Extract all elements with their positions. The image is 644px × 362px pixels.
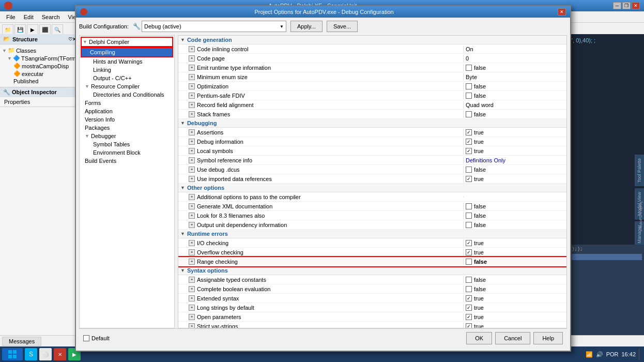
tree-application[interactable]: Application xyxy=(81,107,173,115)
executar-node[interactable]: 🔶 executar xyxy=(1,70,79,78)
opt-val-boolean-eval: false xyxy=(463,285,566,293)
apply-button[interactable]: Apply... xyxy=(290,21,323,32)
expand-assignable[interactable]: + xyxy=(189,277,195,283)
cb-local-symbols[interactable] xyxy=(466,148,472,154)
section-code-generation[interactable]: ▼ Code generation xyxy=(178,36,566,44)
tree-hints-warnings[interactable]: Hints and Warnings xyxy=(81,57,173,66)
tree-env-block[interactable]: Environment Block xyxy=(81,148,173,157)
cb-imported-data[interactable] xyxy=(466,176,472,182)
properties-tab[interactable]: Properties xyxy=(0,97,80,107)
section-syntax-options[interactable]: ▼ Syntax options xyxy=(178,266,566,275)
expand-emit-runtime[interactable]: + xyxy=(189,65,195,71)
taskbar-skype[interactable]: S xyxy=(25,348,37,360)
row-optimization: + Optimization false xyxy=(178,82,566,91)
cb-assignable[interactable] xyxy=(466,277,472,283)
expand-symbol-ref[interactable]: + xyxy=(189,157,195,163)
structure-icon: 📂 xyxy=(3,36,10,42)
expand-83-files[interactable]: + xyxy=(189,213,195,219)
tree-output-cpp[interactable]: Output - C/C++ xyxy=(81,74,173,82)
tree-build-events[interactable]: Build Events xyxy=(81,157,173,165)
cb-long-strings[interactable] xyxy=(466,305,472,311)
expand-additional[interactable]: + xyxy=(189,194,195,200)
build-config-select[interactable]: Debug (active) ▼ xyxy=(142,21,286,32)
menu-file[interactable]: File xyxy=(2,13,20,21)
dialog-close-button[interactable]: ✕ xyxy=(558,8,566,16)
expand-io-checking[interactable]: + xyxy=(189,240,195,246)
expand-min-enum[interactable]: + xyxy=(189,74,195,80)
cb-debug-dcus[interactable] xyxy=(466,167,472,173)
default-checkbox[interactable] xyxy=(83,335,89,341)
expand-overflow[interactable]: + xyxy=(189,249,195,255)
section-runtime-errors[interactable]: ▼ Runtime errors xyxy=(178,230,566,238)
published-node[interactable]: Published xyxy=(1,78,79,85)
code-area: ', 0),40); ; xyxy=(570,34,644,215)
expand-open-params[interactable]: + xyxy=(189,314,195,320)
menu-edit[interactable]: Edit xyxy=(20,13,38,21)
expand-boolean-eval[interactable]: + xyxy=(189,286,195,292)
expand-assertions[interactable]: + xyxy=(189,129,195,135)
cb-83-files[interactable] xyxy=(466,213,472,219)
expand-local-symbols[interactable]: + xyxy=(189,148,195,154)
show-desktop-btn[interactable] xyxy=(639,349,642,360)
expand-strict-var[interactable]: + xyxy=(189,323,195,329)
cb-unit-dep[interactable] xyxy=(466,222,472,228)
minimize-button[interactable]: ─ xyxy=(613,2,621,9)
cb-gen-xml[interactable] xyxy=(466,203,472,209)
restore-button[interactable]: ❐ xyxy=(622,2,631,9)
expand-extended-syntax[interactable]: + xyxy=(189,295,195,301)
help-button[interactable]: Help xyxy=(533,332,563,344)
section-debugging[interactable]: ▼ Debugging xyxy=(178,119,566,128)
classes-node[interactable]: ▼ 📁 Classes xyxy=(1,47,79,54)
tree-packages[interactable]: Packages xyxy=(81,124,173,132)
expand-unit-dep[interactable]: + xyxy=(189,222,195,228)
cb-debug-info[interactable] xyxy=(466,139,472,145)
expand-optimization[interactable]: + xyxy=(189,83,195,89)
expand-pentium-fdiv[interactable]: + xyxy=(189,93,195,99)
taskbar-chrome[interactable]: ⚪ xyxy=(39,348,52,360)
tree-linking[interactable]: Linking xyxy=(81,66,173,74)
save-button[interactable]: Save... xyxy=(327,21,358,32)
tree-compiling[interactable]: Compiling xyxy=(81,47,173,57)
start-button[interactable] xyxy=(2,348,23,360)
cb-optimization[interactable] xyxy=(466,83,472,89)
expand-gen-xml[interactable]: + xyxy=(189,203,195,209)
menu-search[interactable]: Search xyxy=(38,13,64,21)
expand-imported-data[interactable]: + xyxy=(189,176,195,182)
expand-code-page[interactable]: + xyxy=(189,55,195,62)
tree-symbol-tables[interactable]: Symbol Tables xyxy=(81,140,173,148)
close-button[interactable]: ✕ xyxy=(632,2,640,9)
messages-tab[interactable]: Messages xyxy=(2,337,41,346)
cb-emit-runtime[interactable] xyxy=(466,65,472,71)
expand-record-align[interactable]: + xyxy=(189,102,195,108)
cb-range[interactable] xyxy=(466,259,472,265)
cb-pentium-fdiv[interactable] xyxy=(466,93,472,99)
expand-stack-frames[interactable]: + xyxy=(189,111,195,117)
tsangria-form-node[interactable]: ▼ 🔷 TSangriaForm(TForm) xyxy=(1,54,79,62)
tree-resource-compiler[interactable]: ▼ Resource Compiler xyxy=(81,82,173,90)
cb-extended-syntax[interactable] xyxy=(466,295,472,301)
taskbar-app3[interactable]: ✕ xyxy=(54,348,66,360)
section-other-options[interactable]: ▼ Other options xyxy=(178,184,566,192)
expand-debug-dcus[interactable]: + xyxy=(189,167,195,173)
expand-code-inlining[interactable]: + xyxy=(189,46,195,52)
section-runtime-expand-icon: ▼ xyxy=(180,231,185,236)
expand-debug-info[interactable]: + xyxy=(189,139,195,145)
expand-long-strings[interactable]: + xyxy=(189,305,195,311)
tree-dir-conditionals[interactable]: Directories and Conditionals xyxy=(81,90,173,99)
expand-range[interactable]: + xyxy=(189,259,195,265)
cb-boolean-eval[interactable] xyxy=(466,286,472,292)
cb-io-checking[interactable] xyxy=(466,240,472,246)
tree-forms[interactable]: Forms xyxy=(81,99,173,107)
cb-stack-frames[interactable] xyxy=(466,111,472,117)
tree-debugger[interactable]: ▼ Debugger xyxy=(81,132,173,140)
cancel-button[interactable]: Cancel xyxy=(495,332,530,344)
cb-open-params[interactable] xyxy=(466,314,472,320)
tab-tool-palette[interactable]: Tool Palette xyxy=(635,155,644,186)
mostra-campo-node[interactable]: 🔶 mostraCampoDisp xyxy=(1,62,79,70)
cb-strict-var[interactable] xyxy=(466,323,472,329)
ok-button[interactable]: OK xyxy=(466,332,492,344)
tree-version-info[interactable]: Version Info xyxy=(81,115,173,124)
cb-assertions[interactable] xyxy=(466,129,472,135)
cb-overflow[interactable] xyxy=(466,249,472,255)
tree-delphi-compiler[interactable]: ▼ Delphi Compiler xyxy=(81,37,173,47)
